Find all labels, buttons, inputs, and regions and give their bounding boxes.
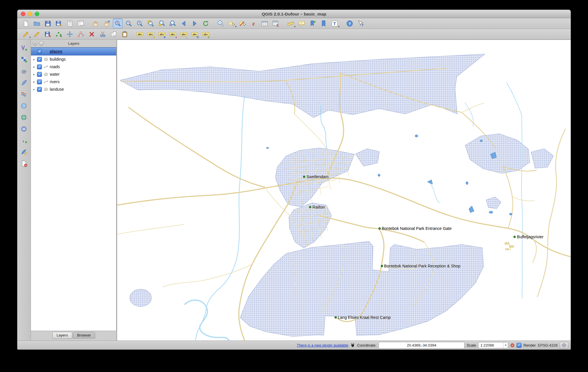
deselect-features-icon[interactable]	[238, 18, 247, 28]
help-contents-icon[interactable]	[345, 18, 354, 28]
pin-unpin-labels-icon[interactable]: ▼	[157, 29, 167, 39]
layer-visibility-checkbox[interactable]: ✓	[37, 49, 42, 54]
expand-arrow-icon[interactable]: ▸	[33, 57, 36, 61]
node-tool-icon[interactable]	[76, 29, 86, 39]
titlebar[interactable]: QGIS 2.0.1-Dufour – basic_map	[17, 10, 571, 18]
rotate-label-icon[interactable]: ↻	[190, 29, 199, 39]
select-by-expression-icon[interactable]	[249, 18, 258, 28]
new-spatialite-layer-icon[interactable]	[19, 147, 29, 157]
pan-map-icon[interactable]	[91, 18, 101, 28]
map-tips-icon[interactable]	[297, 18, 306, 28]
labeling-options-icon[interactable]	[135, 29, 145, 39]
layer-row-roads[interactable]: ▸✓roads	[31, 63, 116, 70]
panel-tab-layers[interactable]: Layers	[52, 332, 72, 338]
plugin-icon[interactable]	[350, 343, 355, 347]
layer-name[interactable]: roads	[50, 64, 60, 69]
layer-visibility-checkbox[interactable]: ✓	[37, 79, 42, 84]
crs-status-button[interactable]	[560, 342, 568, 349]
add-wcs-layer-icon[interactable]	[19, 112, 29, 122]
open-attribute-table-icon[interactable]	[260, 18, 269, 28]
zoom-native-icon[interactable]	[135, 18, 145, 28]
new-shapefile-layer-icon[interactable]	[19, 159, 29, 168]
layer-visibility-checkbox[interactable]: ✓	[37, 72, 42, 77]
move-label-icon[interactable]: ↔	[179, 29, 188, 39]
zoom-out-icon[interactable]	[124, 18, 134, 28]
layer-row-rivers[interactable]: ▸✓rivers	[31, 78, 116, 85]
layer-visibility-checkbox[interactable]: ✓	[37, 64, 42, 69]
stop-render-icon[interactable]	[510, 343, 515, 347]
layer-row-places[interactable]: ▸✓places	[31, 47, 116, 55]
show-bookmarks-icon[interactable]	[319, 18, 328, 28]
panel-close-button[interactable]: ×	[33, 41, 37, 46]
expand-arrow-icon[interactable]: ▸	[33, 72, 36, 76]
layer-row-buildings[interactable]: ▸✓buildings	[31, 55, 116, 63]
add-raster-layer-icon[interactable]	[19, 55, 29, 64]
add-wms-layer-icon[interactable]	[19, 101, 29, 111]
paste-features-icon[interactable]	[120, 29, 130, 39]
save-layer-edits-icon[interactable]	[43, 29, 53, 39]
zoom-to-selection-icon[interactable]	[157, 18, 167, 28]
layer-name[interactable]: buildings	[50, 57, 66, 62]
layer-name[interactable]: landuse	[50, 87, 64, 92]
close-window-button[interactable]	[21, 12, 25, 16]
select-features-icon[interactable]: ▾	[227, 18, 236, 28]
layer-row-landuse[interactable]: ▸✓landuse	[31, 85, 116, 93]
delete-selected-icon[interactable]	[87, 29, 97, 39]
panel-tab-browser[interactable]: Browser	[73, 332, 95, 338]
panel-float-button[interactable]	[39, 41, 44, 46]
expand-arrow-icon[interactable]: ▸	[33, 88, 36, 91]
text-annotation-icon[interactable]: ▾	[330, 18, 339, 28]
chevron-down-icon[interactable]: ▾	[503, 342, 508, 348]
copy-features-icon[interactable]	[109, 29, 119, 39]
new-project-icon[interactable]	[21, 18, 31, 28]
new-plugin-link[interactable]: There is a new plugin available	[297, 343, 348, 347]
current-edits-icon[interactable]: ▾	[21, 29, 31, 39]
layer-visibility-checkbox[interactable]: ✓	[37, 57, 42, 62]
zoom-next-icon[interactable]	[190, 18, 199, 28]
open-project-icon[interactable]	[32, 18, 42, 28]
save-project-as-icon[interactable]	[54, 18, 64, 28]
identify-features-icon[interactable]	[216, 18, 225, 28]
zoom-last-icon[interactable]	[179, 18, 188, 28]
show-hide-labels-icon[interactable]: ×	[168, 29, 177, 39]
move-feature-icon[interactable]	[65, 29, 75, 39]
render-checkbox[interactable]: ✓	[517, 343, 522, 348]
layers-panel-header[interactable]: × Layers	[31, 40, 117, 47]
whats-this-icon[interactable]	[356, 18, 365, 28]
new-print-composer-icon[interactable]	[65, 18, 75, 28]
highlight-pinned-labels-icon[interactable]: ●	[146, 29, 156, 39]
add-feature-icon[interactable]	[54, 29, 64, 39]
expand-arrow-icon[interactable]: ▸	[33, 50, 36, 53]
add-vector-layer-icon[interactable]	[19, 43, 29, 53]
touch-zoom-pan-icon[interactable]	[102, 18, 112, 28]
refresh-map-icon[interactable]	[201, 18, 210, 28]
add-wfs-layer-icon[interactable]	[19, 124, 29, 134]
layer-name[interactable]: water	[50, 72, 60, 77]
change-label-icon[interactable]: ✓	[201, 29, 210, 39]
cut-features-icon[interactable]	[98, 29, 108, 39]
add-mssql-layer-icon[interactable]	[19, 89, 29, 99]
layer-name[interactable]: places	[50, 49, 62, 54]
minimize-window-button[interactable]	[28, 12, 32, 16]
coordinate-input[interactable]	[378, 342, 465, 349]
add-spatialite-layer-icon[interactable]	[19, 78, 29, 88]
scale-combobox[interactable]: 1:22088 ▾	[478, 342, 508, 348]
new-bookmark-icon[interactable]	[308, 18, 317, 28]
expand-arrow-icon[interactable]: ▸	[33, 65, 36, 69]
add-postgis-layer-icon[interactable]	[19, 66, 29, 76]
layer-row-water[interactable]: ▸✓water	[31, 70, 116, 78]
expand-arrow-icon[interactable]: ▸	[33, 80, 36, 84]
zoom-to-layer-icon[interactable]	[168, 18, 177, 28]
measure-icon[interactable]: ▾	[286, 18, 295, 28]
save-project-icon[interactable]	[43, 18, 53, 28]
layer-name[interactable]: rivers	[50, 79, 60, 84]
map-canvas[interactable]: SwellendamRailtonBontebok National Park …	[117, 40, 571, 341]
layer-visibility-checkbox[interactable]: ✓	[37, 87, 42, 92]
add-delimited-text-icon[interactable]	[19, 135, 29, 145]
zoom-window-button[interactable]	[35, 12, 39, 16]
composer-manager-icon[interactable]	[76, 18, 86, 28]
zoom-full-icon[interactable]	[146, 18, 156, 28]
field-calculator-icon[interactable]	[271, 18, 280, 28]
zoom-in-icon[interactable]	[113, 18, 123, 28]
toggle-editing-icon[interactable]	[32, 29, 42, 39]
